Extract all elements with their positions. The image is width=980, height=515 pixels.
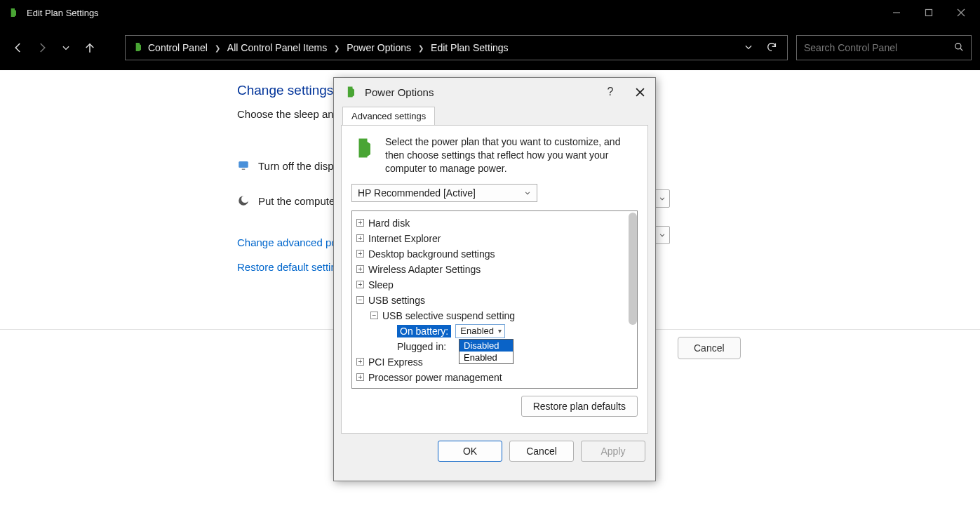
tree-node-processor-power[interactable]: +Processor power management <box>356 370 634 385</box>
tree-label: PCI Express <box>368 356 423 368</box>
minimize-button[interactable] <box>880 0 913 25</box>
display-timeout-dropdown[interactable] <box>655 189 670 208</box>
setting-label: Put the compute <box>258 195 335 207</box>
tree-label: Hard disk <box>368 218 410 229</box>
tree-node-hard-disk[interactable]: +Hard disk <box>356 215 634 231</box>
svg-rect-1 <box>926 10 932 16</box>
svg-rect-7 <box>239 161 248 168</box>
back-button[interactable] <box>8 38 28 58</box>
expand-icon[interactable]: + <box>356 358 364 366</box>
dialog-close-button[interactable] <box>630 82 650 102</box>
refresh-button[interactable] <box>766 41 777 55</box>
tree-label: Sleep <box>368 279 394 290</box>
recent-locations-button[interactable] <box>56 38 76 58</box>
search-input[interactable] <box>804 42 954 53</box>
value-dropdown-list[interactable]: Disabled Enabled <box>459 339 514 364</box>
up-button[interactable] <box>80 38 100 58</box>
breadcrumbs: Control Panel ❯ All Control Panel Items … <box>148 42 739 53</box>
svg-line-6 <box>960 48 963 51</box>
tree-node-desktop-background[interactable]: +Desktop background settings <box>356 246 634 262</box>
tree-node-usb-settings[interactable]: −USB settings <box>356 293 634 308</box>
chevron-down-icon <box>524 187 531 199</box>
svg-point-10 <box>241 196 249 203</box>
monitor-icon <box>237 159 250 172</box>
svg-point-5 <box>955 43 961 48</box>
sleep-timeout-dropdown[interactable] <box>655 226 670 244</box>
tree-node-wireless[interactable]: +Wireless Adapter Settings <box>356 262 634 277</box>
on-battery-value-dropdown[interactable]: Enabled ▾ <box>455 324 505 338</box>
tree-node-on-battery[interactable]: On battery: Enabled ▾ <box>397 323 634 339</box>
close-button[interactable] <box>945 0 977 25</box>
breadcrumb-all-items[interactable]: All Control Panel Items <box>227 42 327 53</box>
expand-icon[interactable]: + <box>356 219 364 227</box>
battery-icon <box>344 85 358 99</box>
tab-advanced-settings[interactable]: Advanced settings <box>342 107 435 126</box>
tree-label: USB settings <box>368 295 425 306</box>
maximize-button[interactable] <box>913 0 945 25</box>
power-plan-dropdown[interactable]: HP Recommended [Active] <box>351 184 537 202</box>
restore-plan-defaults-button[interactable]: Restore plan defaults <box>521 396 638 417</box>
tree-label: Processor power management <box>368 372 502 383</box>
expand-icon[interactable]: + <box>356 265 364 273</box>
address-bar[interactable]: Control Panel ❯ All Control Panel Items … <box>125 35 788 60</box>
dialog-footer: OK Cancel Apply <box>334 441 655 471</box>
setting-label: Turn off the disp <box>258 160 334 172</box>
tree-node-usb-selective-suspend[interactable]: −USB selective suspend setting <box>370 308 634 323</box>
address-history-button[interactable] <box>744 42 753 54</box>
dropdown-option-enabled[interactable]: Enabled <box>459 352 513 363</box>
breadcrumb-power-options[interactable]: Power Options <box>347 42 411 53</box>
dialog-title: Power Options <box>365 86 600 98</box>
help-button[interactable]: ? <box>600 82 620 102</box>
app-icon <box>7 6 20 19</box>
window-sys-buttons <box>880 0 977 25</box>
dialog-titlebar: Power Options ? <box>334 78 655 106</box>
dialog-cancel-button[interactable]: Cancel <box>509 441 574 462</box>
expand-icon[interactable]: + <box>356 281 364 288</box>
apply-button[interactable]: Apply <box>581 441 645 462</box>
chevron-right-icon[interactable]: ❯ <box>418 44 424 52</box>
search-icon[interactable] <box>954 42 964 54</box>
expand-icon[interactable]: + <box>356 234 364 242</box>
tree-label: Display <box>368 387 401 389</box>
expand-icon[interactable]: + <box>356 373 364 381</box>
tree-label: USB selective suspend setting <box>382 310 515 321</box>
dropdown-option-disabled[interactable]: Disabled <box>459 340 513 352</box>
window-titlebar: Edit Plan Settings <box>0 0 980 25</box>
dialog-description: Select the power plan that you want to c… <box>385 135 638 175</box>
plugged-in-label: Plugged in: <box>397 341 446 352</box>
on-battery-label: On battery: <box>397 325 451 337</box>
scrollbar-thumb[interactable] <box>629 213 637 325</box>
battery-icon <box>351 135 377 161</box>
tree-node-sleep[interactable]: +Sleep <box>356 277 634 293</box>
address-icon <box>133 41 144 55</box>
breadcrumb-current[interactable]: Edit Plan Settings <box>431 42 509 53</box>
tree-node-plugged-in[interactable]: Plugged in: <box>397 339 634 354</box>
collapse-icon[interactable]: − <box>356 296 364 304</box>
window-title: Edit Plan Settings <box>27 8 880 18</box>
page-content: Change settings Choose the sleep and Tur… <box>0 70 980 515</box>
power-plan-value: HP Recommended [Active] <box>358 187 476 199</box>
explorer-navbar: Control Panel ❯ All Control Panel Items … <box>0 25 980 70</box>
expand-icon[interactable]: + <box>356 250 364 258</box>
search-box[interactable] <box>796 35 972 60</box>
collapse-icon[interactable]: − <box>370 312 378 319</box>
ok-button[interactable]: OK <box>438 441 502 462</box>
tree-node-display[interactable]: +Display <box>356 385 634 389</box>
forward-button[interactable] <box>32 38 52 58</box>
power-options-dialog: Power Options ? Advanced settings Select… <box>333 77 656 481</box>
breadcrumb-root[interactable]: Control Panel <box>148 42 208 53</box>
dialog-body: Select the power plan that you want to c… <box>341 125 648 434</box>
tree-label: Internet Explorer <box>368 233 441 244</box>
svg-rect-8 <box>242 169 246 170</box>
dialog-tabs: Advanced settings <box>334 106 655 125</box>
tree-label: Wireless Adapter Settings <box>368 264 481 275</box>
chevron-down-icon: ▾ <box>498 327 502 335</box>
moon-icon <box>237 194 250 207</box>
tree-label: Desktop background settings <box>368 248 495 260</box>
tree-node-internet-explorer[interactable]: +Internet Explorer <box>356 231 634 246</box>
settings-tree[interactable]: +Hard disk +Internet Explorer +Desktop b… <box>351 210 638 389</box>
chevron-right-icon[interactable]: ❯ <box>215 44 220 52</box>
on-battery-value: Enabled <box>460 326 494 336</box>
chevron-right-icon[interactable]: ❯ <box>334 44 340 52</box>
cancel-button[interactable]: Cancel <box>678 337 741 359</box>
